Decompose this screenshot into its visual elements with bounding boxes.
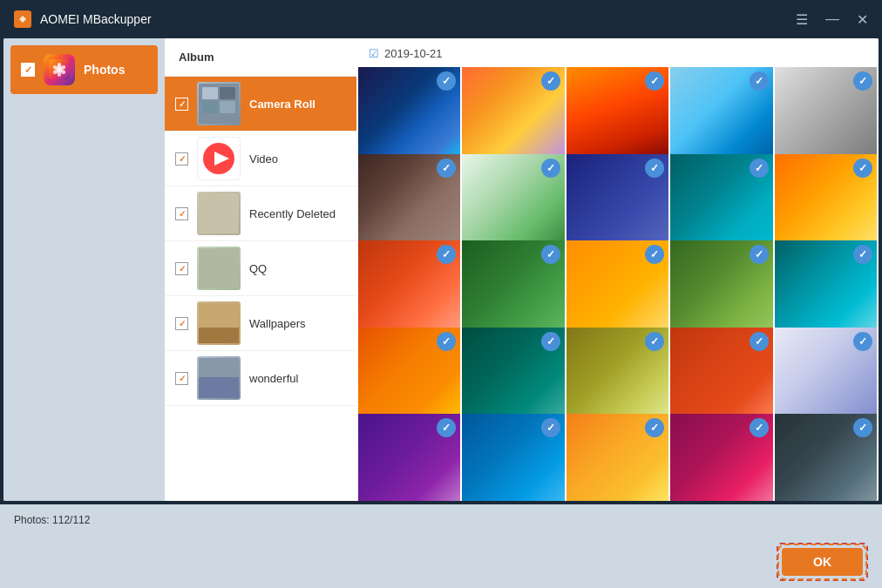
sidebar-photos-header[interactable]: ✓ bbox=[10, 45, 158, 94]
album-checkbox-wonderful[interactable]: ✓ bbox=[175, 372, 188, 385]
svg-rect-11 bbox=[220, 87, 235, 99]
photo-check-badge: ✓ bbox=[437, 159, 456, 178]
close-icon[interactable]: ✕ bbox=[857, 11, 868, 28]
album-thumb-video bbox=[197, 137, 241, 180]
album-label-video: Video bbox=[249, 152, 278, 166]
list-icon[interactable]: ☰ bbox=[796, 11, 808, 28]
album-label-wallpapers: Wallpapers bbox=[249, 317, 306, 330]
svg-rect-17 bbox=[199, 193, 239, 233]
album-thumb-recently-deleted bbox=[197, 192, 241, 235]
photo-check-badge: ✓ bbox=[645, 332, 664, 351]
album-thumb-qq bbox=[197, 247, 241, 290]
album-label-qq: QQ bbox=[249, 262, 267, 275]
app-logo bbox=[14, 10, 31, 28]
album-panel: Album ✓ Camera Roll ✓ bbox=[165, 38, 356, 501]
ok-button[interactable]: OK bbox=[782, 548, 863, 576]
album-item-camera-roll[interactable]: ✓ Camera Roll bbox=[165, 77, 356, 132]
album-item-recently-deleted[interactable]: ✓ Recently Deleted bbox=[165, 186, 356, 241]
photo-check-badge: ✓ bbox=[853, 159, 872, 178]
svg-rect-18 bbox=[199, 248, 239, 288]
album-thumb-wallpapers bbox=[197, 301, 241, 345]
album-item-wonderful[interactable]: ✓ wonderful bbox=[165, 351, 356, 406]
titlebar-controls: ☰ — ✕ bbox=[796, 11, 868, 28]
photo-date-label: 2019-10-21 bbox=[384, 47, 443, 60]
photo-check-badge: ✓ bbox=[853, 71, 872, 91]
photo-check-badge: ✓ bbox=[750, 159, 769, 178]
album-item-wallpapers[interactable]: ✓ Wallpapers bbox=[165, 296, 356, 351]
photo-check-badge: ✓ bbox=[750, 332, 769, 351]
photo-check-badge: ✓ bbox=[750, 71, 769, 91]
photo-check-badge: ✓ bbox=[541, 159, 560, 178]
app-title: AOMEI MBackupper bbox=[40, 12, 152, 26]
photo-cell[interactable]: ✓ bbox=[358, 414, 460, 501]
main-content: ✓ bbox=[3, 38, 879, 501]
bottom-bar: OK bbox=[0, 536, 882, 588]
album-item-qq[interactable]: ✓ QQ bbox=[165, 241, 356, 296]
photo-check-badge: ✓ bbox=[853, 332, 872, 351]
album-thumb-wonderful bbox=[197, 356, 241, 400]
album-checkbox-qq[interactable]: ✓ bbox=[175, 262, 188, 275]
titlebar: AOMEI MBackupper ☰ — ✕ bbox=[0, 0, 882, 38]
ok-button-wrapper: OK bbox=[777, 543, 868, 581]
photo-check-badge: ✓ bbox=[750, 245, 769, 264]
photo-cell[interactable]: ✓ bbox=[775, 414, 877, 501]
svg-rect-22 bbox=[199, 377, 239, 398]
photo-check-badge: ✓ bbox=[750, 418, 769, 437]
album-checkbox-recently-deleted[interactable]: ✓ bbox=[175, 207, 188, 220]
photo-grid: ✓ ✓ ✓ ✓ ✓ ✓ bbox=[356, 65, 879, 501]
sidebar-checkbox[interactable]: ✓ bbox=[21, 63, 35, 77]
photo-check-badge: ✓ bbox=[541, 332, 560, 351]
date-check-icon[interactable]: ☑ bbox=[369, 47, 379, 60]
album-item-video[interactable]: ✓ Video bbox=[165, 132, 356, 186]
minimize-icon[interactable]: — bbox=[825, 11, 839, 27]
photos-app-icon bbox=[44, 54, 75, 85]
photo-check-badge: ✓ bbox=[541, 245, 560, 264]
photo-cell[interactable]: ✓ bbox=[462, 414, 564, 501]
svg-point-3 bbox=[58, 63, 61, 68]
photo-check-badge: ✓ bbox=[645, 159, 664, 178]
photo-cell[interactable]: ✓ bbox=[670, 414, 772, 501]
album-label-recently-deleted: Recently Deleted bbox=[249, 207, 336, 220]
album-panel-header: Album bbox=[165, 38, 356, 77]
sidebar: ✓ bbox=[3, 38, 165, 501]
album-thumb-camera-roll bbox=[197, 82, 241, 125]
photo-check-badge: ✓ bbox=[541, 71, 560, 91]
status-text: Photos: 112/112 bbox=[14, 514, 90, 526]
album-label-wonderful: wonderful bbox=[249, 372, 298, 385]
svg-rect-20 bbox=[199, 328, 239, 343]
album-checkbox-video[interactable]: ✓ bbox=[175, 152, 188, 166]
album-checkbox-camera-roll[interactable]: ✓ bbox=[175, 98, 188, 111]
album-checkbox-wallpapers[interactable]: ✓ bbox=[175, 317, 188, 330]
svg-rect-12 bbox=[202, 101, 218, 113]
titlebar-left: AOMEI MBackupper bbox=[14, 10, 152, 28]
sidebar-label: Photos bbox=[84, 63, 125, 77]
photo-area: ☑ 2019-10-21 ✓ ✓ ✓ ✓ ✓ bbox=[356, 38, 879, 501]
sidebar-checkmark: ✓ bbox=[24, 64, 32, 76]
photo-cell[interactable]: ✓ bbox=[567, 414, 668, 501]
album-label-camera-roll: Camera Roll bbox=[249, 98, 315, 111]
svg-rect-10 bbox=[202, 87, 218, 99]
photo-date-header: ☑ 2019-10-21 bbox=[356, 38, 879, 65]
svg-rect-13 bbox=[220, 101, 235, 113]
svg-point-6 bbox=[58, 71, 61, 77]
